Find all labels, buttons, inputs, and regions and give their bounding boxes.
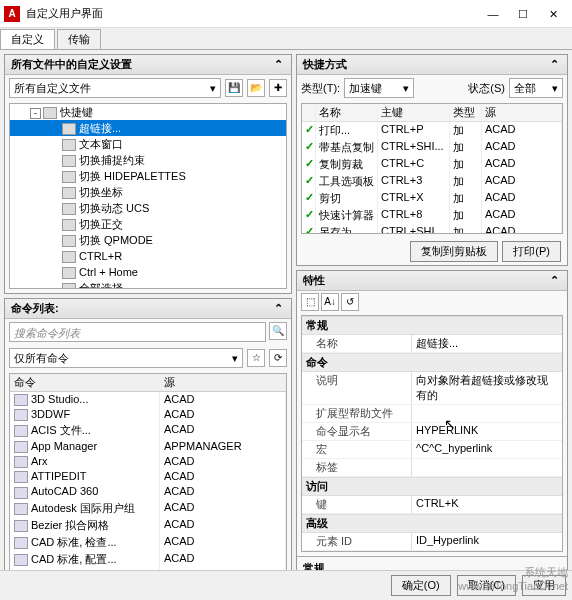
search-input[interactable]: 搜索命令列表 [9,322,266,342]
panel-command-list: 命令列表:⌃ 搜索命令列表 🔍 仅所有命令▾ ☆ ⟳ 命令源 3D Studio… [4,298,292,600]
file-filter-dropdown[interactable]: 所有自定义文件▾ [9,78,221,98]
search-icon[interactable]: 🔍 [269,322,287,340]
prop-row[interactable]: 键CTRL+K [302,496,562,514]
tree-node[interactable]: 切换 QPMODE [10,232,286,248]
new-icon[interactable]: ✚ [269,79,287,97]
open-icon[interactable]: 📂 [247,79,265,97]
toolbar-icon[interactable]: ⟳ [269,349,287,367]
tree-node[interactable]: -快捷键 [10,104,286,120]
panel-title: 特性 [303,273,325,288]
grid-row[interactable]: App ManagerAPPMANAGER [10,439,286,454]
toolbar-icon[interactable]: ☆ [247,349,265,367]
sort-icon[interactable]: ⬚ [301,293,319,311]
tab-customize[interactable]: 自定义 [0,29,55,49]
status-dropdown[interactable]: 全部▾ [509,78,563,98]
grid-row[interactable]: Bezier 拟合网格ACAD [10,517,286,534]
tree-node-selected[interactable]: 超链接... [10,120,286,136]
maximize-button[interactable]: ☐ [508,0,538,28]
shortcuts-grid[interactable]: 名称主键类型源 ✓打印...CTRL+P加ACAD ✓带基点复制CTRL+SHI… [301,103,563,234]
prop-row[interactable]: 元素 IDID_Hyperlink [302,533,562,551]
panel-properties: 特性⌃ ⬚ A↓ ↺ 常规 名称超链接... 命令 说明向对象附着超链接或修改现… [296,270,568,591]
collapse-icon[interactable]: ⌃ [271,58,285,71]
panel-shortcuts: 快捷方式⌃ 类型(T): 加速键▾ 状态(S) 全部▾ 名称主键类型源 ✓打印.… [296,54,568,266]
table-row[interactable]: ✓另存为...CTRL+SHI...加ACAD [302,224,562,234]
prop-category[interactable]: 常规 [302,316,562,335]
minimize-button[interactable]: — [478,0,508,28]
type-dropdown[interactable]: 加速键▾ [344,78,414,98]
status-label: 状态(S) [468,81,505,96]
tree-node[interactable]: 切换坐标 [10,184,286,200]
prop-row[interactable]: 标签 [302,459,562,477]
grid-row[interactable]: ArxACAD [10,454,286,469]
grid-row[interactable]: CAD 标准, 检查...ACAD [10,534,286,551]
ok-button[interactable]: 确定(O) [391,575,451,596]
chevron-down-icon: ▾ [210,82,216,95]
prop-row[interactable]: 名称超链接... [302,335,562,353]
table-row[interactable]: ✓剪切CTRL+X加ACAD [302,190,562,207]
table-row[interactable]: ✓打印...CTRL+P加ACAD [302,122,562,139]
prop-category[interactable]: 高级 [302,514,562,533]
copy-clipboard-button[interactable]: 复制到剪贴板 [410,241,498,262]
collapse-icon[interactable]: ⌃ [547,58,561,71]
tree-node[interactable]: 切换正交 [10,216,286,232]
close-button[interactable]: ✕ [538,0,568,28]
property-grid[interactable]: 常规 名称超链接... 命令 说明向对象附着超链接或修改现有的 扩展型帮助文件 … [301,315,563,552]
save-icon[interactable]: 💾 [225,79,243,97]
panel-title: 命令列表: [11,301,59,316]
title-bar: A 自定义用户界面 — ☐ ✕ [0,0,572,28]
prop-category[interactable]: 命令 [302,353,562,372]
collapse-icon[interactable]: ⌃ [271,302,285,315]
customization-tree[interactable]: -快捷键 超链接... 文本窗口 切换捕捉约束 切换 HIDEPALETTES … [9,103,287,289]
grid-row[interactable]: CAD 标准, 配置...ACAD [10,551,286,568]
panel-title: 快捷方式 [303,57,347,72]
grid-row[interactable]: ATTIPEDITACAD [10,469,286,484]
print-button[interactable]: 打印(P) [502,241,561,262]
table-row[interactable]: ✓带基点复制CTRL+SHI...加ACAD [302,139,562,156]
tree-node[interactable]: 切换捕捉约束 [10,152,286,168]
chevron-down-icon: ▾ [232,352,238,365]
tree-node[interactable]: 切换 HIDEPALETTES [10,168,286,184]
tree-node[interactable]: 全部选择 [10,280,286,289]
table-row[interactable]: ✓工具选项板CTRL+3加ACAD [302,173,562,190]
command-filter-dropdown[interactable]: 仅所有命令▾ [9,348,243,368]
grid-row[interactable]: 3DDWFACAD [10,407,286,422]
prop-row[interactable]: 宏^C^C_hyperlink [302,441,562,459]
tree-node[interactable]: 切换动态 UCS [10,200,286,216]
az-icon[interactable]: A↓ [321,293,339,311]
watermark: 系统天地 www.XiTongTianDi.net [458,565,568,592]
prop-category[interactable]: 访问 [302,477,562,496]
grid-row[interactable]: ACIS 文件...ACAD [10,422,286,439]
table-row[interactable]: ✓复制剪裁CTRL+C加ACAD [302,156,562,173]
prop-row[interactable]: 命令显示名HYPERLINK [302,423,562,441]
app-icon: A [4,6,20,22]
table-row[interactable]: ✓快速计算器CTRL+8加ACAD [302,207,562,224]
panel-title: 所有文件中的自定义设置 [11,57,132,72]
tree-node[interactable]: 文本窗口 [10,136,286,152]
tree-node[interactable]: CTRL+R [10,248,286,264]
command-grid[interactable]: 命令源 3D Studio...ACAD 3DDWFACAD ACIS 文件..… [9,373,287,600]
collapse-icon[interactable]: ⌃ [547,274,561,287]
grid-row[interactable]: Autodesk 国际用户组ACAD [10,500,286,517]
reset-icon[interactable]: ↺ [341,293,359,311]
grid-row[interactable]: AutoCAD 360ACAD [10,484,286,499]
check-icon: ✓ [305,123,314,135]
prop-row[interactable]: 扩展型帮助文件 [302,405,562,423]
type-label: 类型(T): [301,81,340,96]
tab-bar: 自定义 传输 [0,28,572,50]
prop-row[interactable]: 说明向对象附着超链接或修改现有的 [302,372,562,405]
panel-custom-settings: 所有文件中的自定义设置⌃ 所有自定义文件▾ 💾 📂 ✚ -快捷键 超链接... … [4,54,292,294]
tree-node[interactable]: Ctrl + Home [10,264,286,280]
grid-row[interactable]: 3D Studio...ACAD [10,392,286,407]
tab-transfer[interactable]: 传输 [57,29,101,49]
window-title: 自定义用户界面 [26,6,478,21]
